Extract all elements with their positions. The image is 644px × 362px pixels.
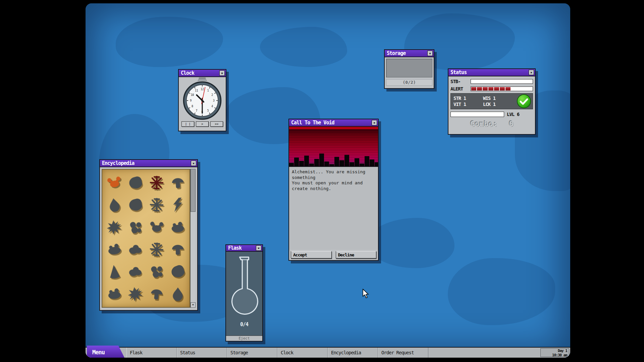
taskbar-item-storage[interactable]: Storage — [227, 348, 277, 358]
desktop-texture-blob — [367, 218, 454, 268]
creature-icon[interactable] — [104, 260, 125, 283]
creature-icon[interactable] — [104, 216, 125, 238]
svg-text:9: 9 — [190, 99, 192, 102]
flask-window: Flask × 0/4 Eject — [225, 244, 263, 342]
encyclopedia-titlebar[interactable]: Encyclopedia × — [100, 160, 197, 167]
creature-icon[interactable] — [146, 283, 167, 305]
creature-grid — [102, 169, 190, 308]
creature-icon[interactable] — [146, 216, 167, 238]
svg-text:4: 4 — [211, 105, 213, 108]
day-time-display: Day 1 10:30 am — [540, 348, 569, 357]
storage-titlebar[interactable]: Storage × — [385, 50, 434, 57]
taskbar-item-order-request[interactable]: Order Request — [378, 348, 428, 358]
alert-segment — [483, 87, 488, 90]
scroll-down-icon[interactable]: ▼ — [191, 302, 196, 308]
alert-segment — [505, 87, 511, 90]
decline-button[interactable]: Decline — [336, 251, 377, 258]
svg-text:8: 8 — [192, 105, 193, 108]
alert-segment — [511, 87, 516, 90]
menu-button[interactable]: Menu — [87, 346, 124, 358]
creature-icon[interactable] — [125, 194, 146, 216]
stb-bar — [471, 79, 533, 84]
creature-icon[interactable] — [146, 194, 167, 216]
fast-forward-button[interactable]: >> — [210, 121, 223, 127]
taskbar-item-clock[interactable]: Clock — [277, 348, 328, 358]
alert-segment — [477, 87, 482, 90]
encyclopedia-scrollbar[interactable]: ▼ — [190, 169, 196, 308]
accept-button[interactable]: Accept — [291, 251, 332, 258]
creature-icon[interactable] — [167, 238, 188, 260]
creature-icon[interactable] — [146, 238, 167, 260]
void-title: Call To The Void — [291, 120, 370, 126]
creature-icon[interactable] — [125, 260, 146, 283]
alert-segment — [488, 87, 493, 90]
game-desktop: Clock × 123456789101112 | | > >> Stor — [86, 3, 570, 358]
creature-icon[interactable] — [167, 283, 188, 305]
creature-icon[interactable] — [125, 172, 146, 194]
close-icon[interactable]: × — [529, 70, 534, 75]
close-icon[interactable]: × — [256, 245, 261, 251]
clock-window: Clock × 123456789101112 | | > >> — [178, 69, 226, 131]
void-message: Alchemist... You are missingsomethingYou… — [289, 167, 378, 250]
creature-icon[interactable] — [167, 194, 188, 216]
clock-titlebar[interactable]: Clock × — [179, 70, 226, 77]
stat-str: STR 1 — [453, 96, 483, 101]
svg-text:12: 12 — [201, 87, 204, 91]
flask-titlebar[interactable]: Flask × — [226, 245, 262, 252]
taskbar-item-flask[interactable]: Flask — [126, 348, 177, 358]
taskbar-item-status[interactable]: Status — [177, 348, 227, 358]
void-message-line: create nothing. — [292, 186, 375, 192]
creature-icon[interactable] — [125, 216, 146, 238]
creature-icon[interactable] — [167, 260, 188, 283]
taskbar: Menu FlaskStatusStorageClockEncyclopedia… — [86, 347, 570, 358]
creature-icon[interactable] — [167, 216, 188, 238]
stat-vit: VIT 1 — [453, 102, 483, 107]
clock-controls: | | > >> — [181, 121, 223, 127]
alert-label: ALERT — [450, 86, 469, 92]
creature-icon[interactable] — [146, 260, 167, 283]
creature-icon[interactable] — [104, 283, 125, 305]
flask-icon — [228, 254, 260, 319]
close-icon[interactable]: × — [191, 161, 196, 166]
desktop-texture-blob — [260, 27, 347, 67]
clock-title: Clock — [181, 70, 218, 76]
checkmark-icon — [517, 94, 531, 109]
clock-crown — [198, 78, 207, 81]
creature-icon[interactable] — [104, 194, 125, 216]
svg-text:2: 2 — [211, 93, 213, 97]
play-button[interactable]: > — [196, 121, 209, 127]
void-message-line: Alchemist... You are missing — [292, 169, 375, 175]
eject-button[interactable]: Eject — [234, 336, 254, 341]
flask-body: 0/4 — [226, 252, 262, 336]
combo-value: 0 — [509, 120, 514, 128]
close-icon[interactable]: × — [219, 70, 225, 76]
clock-body: 123456789101112 | | > >> — [179, 77, 226, 128]
close-icon[interactable]: × — [427, 51, 433, 56]
creature-icon[interactable] — [104, 238, 125, 260]
creature-icon[interactable] — [125, 238, 146, 260]
storage-window: Storage × (0/2) — [384, 49, 434, 89]
call-to-the-void-window: Call To The Void × Alchemist... You are … — [288, 119, 379, 261]
storage-capacity-label: (0/2) — [386, 79, 432, 86]
storage-slot-area[interactable] — [386, 59, 432, 77]
clock-face-svg: 123456789101112 — [182, 81, 222, 120]
flask-title: Flask — [228, 245, 255, 251]
close-icon[interactable]: × — [372, 120, 377, 125]
encyclopedia-title: Encyclopedia — [102, 160, 190, 166]
creature-icon[interactable] — [146, 172, 167, 194]
taskbar-item-encyclopedia[interactable]: Encyclopedia — [328, 348, 378, 358]
status-titlebar[interactable]: Status × — [448, 69, 535, 76]
scrollbar-thumb[interactable] — [191, 169, 196, 212]
creature-icon[interactable] — [104, 172, 125, 194]
combo-label: Combo: — [470, 120, 497, 128]
svg-text:10: 10 — [191, 93, 194, 97]
storage-title: Storage — [387, 50, 426, 56]
svg-text:11: 11 — [195, 89, 198, 92]
pause-button[interactable]: | | — [181, 121, 194, 127]
creature-icon[interactable] — [125, 283, 146, 305]
void-titlebar[interactable]: Call To The Void × — [289, 119, 378, 127]
mouse-cursor — [362, 289, 369, 299]
status-title: Status — [450, 69, 527, 75]
status-window: Status × STB- ALERT STR 1 WIS 1 VIT 1 LC… — [448, 68, 536, 135]
creature-icon[interactable] — [167, 172, 188, 194]
